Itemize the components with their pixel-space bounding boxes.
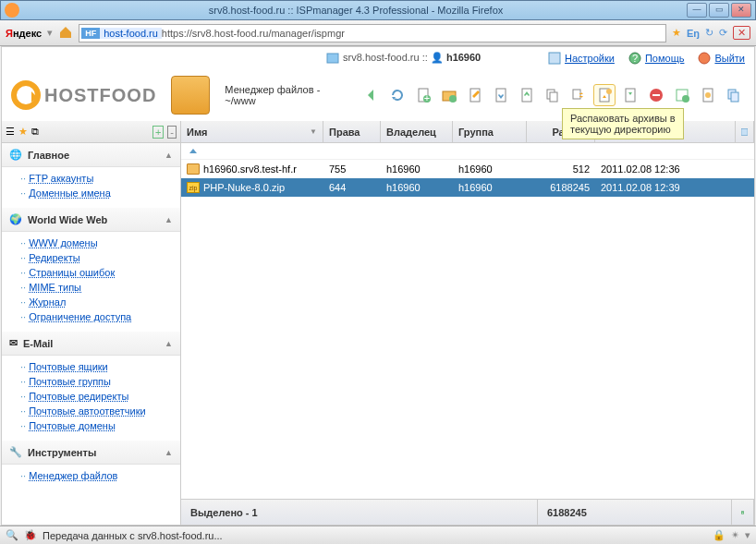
home-icon[interactable] <box>58 25 73 42</box>
reload-icon[interactable]: ⟳ <box>719 27 727 39</box>
yandex-search-label[interactable]: Яндекс <box>6 28 42 39</box>
nav-group[interactable]: ✉E-Mail▲ <box>2 332 180 356</box>
url-host: host-food.ru <box>100 28 162 39</box>
copy-icon[interactable]: ⧉ <box>31 126 39 138</box>
group-label: World Wide Web <box>28 214 107 225</box>
nav-item[interactable]: ·· Журнал <box>20 295 180 309</box>
file-owner: h16960 <box>381 182 453 193</box>
minimize-button[interactable]: — <box>687 3 707 18</box>
back-button[interactable] <box>360 84 383 106</box>
nav-item[interactable]: ·· Менеджер файлов <box>20 468 180 483</box>
nav-item[interactable]: ·· Почтовые домены <box>20 418 180 433</box>
nav-item[interactable]: ·· Доменные имена <box>20 186 180 200</box>
excel-export-icon[interactable]: X <box>732 500 754 525</box>
nav-item[interactable]: ·· Ограничение доступа <box>20 309 180 324</box>
svg-rect-15 <box>573 90 580 99</box>
up-row[interactable] <box>181 143 754 160</box>
feed-icon[interactable]: ↻ <box>705 27 713 39</box>
permissions-button[interactable] <box>697 84 719 106</box>
delete-button[interactable] <box>645 84 667 106</box>
chevron-up-icon: ▲ <box>165 339 173 348</box>
svg-rect-14 <box>550 92 557 102</box>
move-button[interactable] <box>567 84 590 106</box>
site-badge: HF <box>81 28 100 39</box>
svg-point-22 <box>682 95 689 103</box>
svg-rect-20 <box>652 94 660 96</box>
nav-group[interactable]: 🌐Главное▲ <box>2 143 180 167</box>
settings-link[interactable]: Настройки <box>547 51 615 66</box>
svg-text:?: ? <box>632 53 638 64</box>
chevron-up-icon: ▲ <box>165 448 173 457</box>
new-file-button[interactable]: + <box>412 84 434 106</box>
logout-link[interactable]: Выйти <box>697 51 745 66</box>
archive-button[interactable] <box>619 84 641 106</box>
server-label: srv8.host-food.ru :: 👤 h16960 <box>325 51 481 66</box>
file-row[interactable]: h16960.srv8.test-hf.r755h16960h169605122… <box>181 160 754 178</box>
expand-icon[interactable]: + <box>152 126 164 139</box>
file-name: h16960.srv8.test-hf.r <box>203 163 297 175</box>
star-icon[interactable]: ★ <box>18 126 28 138</box>
nav-item[interactable]: ·· Почтовые ящики <box>20 359 180 374</box>
file-row[interactable]: zipPHP-Nuke-8.0.zip644h16960h16960618824… <box>181 178 754 197</box>
col-group[interactable]: Группа <box>453 121 527 142</box>
reload-button[interactable] <box>386 84 408 106</box>
chevron-up-icon: ▲ <box>165 151 173 160</box>
zip-icon: zip <box>187 182 200 193</box>
stop-icon[interactable]: ✕ <box>733 26 750 40</box>
group-icon: 🌐 <box>9 149 22 161</box>
sort-desc-icon: ▼ <box>310 127 317 136</box>
search-icon[interactable]: 🔍 <box>6 529 18 541</box>
nav-item[interactable]: ·· Почтовые автоответчики <box>20 404 180 418</box>
download-button[interactable] <box>490 84 512 106</box>
nav-item[interactable]: ·· Редиректы <box>20 250 180 265</box>
nav-group[interactable]: 🌍World Wide Web▲ <box>2 208 180 232</box>
translate-icon[interactable]: Eŋ <box>687 28 700 39</box>
nav-item[interactable]: ·· Почтовые группы <box>20 374 180 389</box>
file-date: 2011.02.08 12:36 <box>595 163 754 175</box>
collapse-icon[interactable]: - <box>167 126 177 139</box>
folder-icon <box>187 163 200 175</box>
file-owner: h16960 <box>381 163 453 175</box>
properties-button[interactable] <box>671 84 693 106</box>
file-panel: Имя▼ Права Владелец Группа Размер Дата и… <box>181 121 754 525</box>
file-perm: 644 <box>323 182 381 193</box>
nav-item[interactable]: ·· WWW домены <box>20 236 180 250</box>
url-bar[interactable]: HF host-food.ru https://srv8.host-food.r… <box>79 24 666 42</box>
firefox-icon <box>5 3 19 18</box>
col-name[interactable]: Имя▼ <box>181 121 323 142</box>
nav-item[interactable]: ·· MIME типы <box>20 280 180 295</box>
dropdown-icon[interactable]: ▾ <box>47 27 53 39</box>
file-name: PHP-Nuke-8.0.zip <box>203 182 285 193</box>
svg-rect-1 <box>549 53 560 64</box>
col-settings-icon[interactable] <box>736 121 754 142</box>
window-title: srv8.host-food.ru :: ISPmanager 4.3 Prof… <box>25 5 687 16</box>
nav-item[interactable]: ·· Почтовые редиректы <box>20 389 180 404</box>
logo: HOSTFOOD <box>11 80 156 110</box>
folder-large-icon <box>171 76 210 115</box>
maximize-button[interactable]: ▭ <box>709 3 729 18</box>
cookie-icon[interactable]: ✴ <box>731 529 739 541</box>
svg-point-4 <box>699 53 710 64</box>
extract-button[interactable] <box>593 84 616 106</box>
copy-button[interactable] <box>542 84 564 106</box>
nav-item[interactable]: ·· Страницы ошибок <box>20 265 180 280</box>
upload-button[interactable] <box>516 84 538 106</box>
new-folder-button[interactable] <box>438 84 460 106</box>
dropdown2-icon[interactable]: ▾ <box>745 529 750 541</box>
close-button[interactable]: ✕ <box>731 3 751 18</box>
copy2-button[interactable] <box>723 84 745 106</box>
nav-item[interactable]: ·· FTP аккаунты <box>20 171 180 186</box>
col-owner[interactable]: Владелец <box>381 121 453 142</box>
sidebar-toolbar: ☰ ★ ⧉ + - <box>2 121 180 143</box>
file-rows: h16960.srv8.test-hf.r755h16960h169605122… <box>181 160 754 197</box>
status-text: Передача данных с srv8.host-food.ru... <box>43 530 223 541</box>
firebug-icon[interactable]: 🐞 <box>24 529 37 541</box>
edit-button[interactable] <box>464 84 486 106</box>
chevron-up-icon: ▲ <box>165 215 173 224</box>
favorite-icon[interactable]: ★ <box>672 27 681 39</box>
logo-icon <box>11 80 41 110</box>
help-link[interactable]: ? Помощь <box>628 51 685 66</box>
list-icon[interactable]: ☰ <box>6 126 15 138</box>
col-perm[interactable]: Права <box>323 121 381 142</box>
nav-group[interactable]: 🔧Инструменты▲ <box>2 441 180 465</box>
